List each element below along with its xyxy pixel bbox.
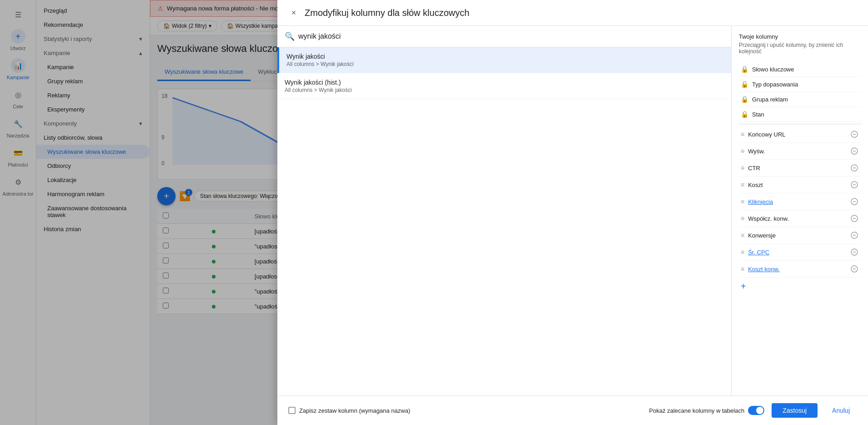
remove-column-button-7[interactable] xyxy=(850,248,859,257)
remove-column-button-0[interactable] xyxy=(850,130,859,139)
removable-col-name-3: Koszt xyxy=(748,182,846,188)
locked-column-keyword: 🔒 Słowo kluczowe xyxy=(739,62,861,77)
locked-col-name-3: Stan xyxy=(752,111,859,118)
drag-handle-icon[interactable]: ≡ xyxy=(741,232,744,239)
search-result-quality-score-hist[interactable]: Wynik jakości (hist.) All columns > Wyni… xyxy=(277,73,731,99)
result-title-1: Wynik jakości xyxy=(286,53,724,60)
drag-handle-icon[interactable]: ≡ xyxy=(741,131,744,138)
modify-columns-modal: × Zmodyfikuj kolumny dla słów kluczowych… xyxy=(277,0,868,425)
search-icon: 🔍 xyxy=(285,31,295,41)
removable-column-ctr: ≡ CTR xyxy=(739,160,861,177)
removable-column-cost: ≡ Koszt xyxy=(739,177,861,193)
locked-col-name-2: Grupa reklam xyxy=(752,96,859,103)
show-recommended-toggle-group: Pokaż zalecane kolumny w tabelach xyxy=(649,406,765,415)
remove-column-button-3[interactable] xyxy=(850,180,859,189)
drag-handle-icon[interactable]: ≡ xyxy=(741,147,744,155)
modal-close-button[interactable]: × xyxy=(288,7,299,18)
removable-column-final-url: ≡ Końcowy URL xyxy=(739,126,861,143)
column-search-input[interactable] xyxy=(298,32,724,40)
search-results-list: Wynik jakości All columns > Wynik jakośc… xyxy=(277,47,731,395)
modal-body: 🔍 Wynik jakości All columns > Wynik jako… xyxy=(277,26,868,395)
removable-col-name-1: Wyśw. xyxy=(748,148,846,155)
remove-column-button-1[interactable] xyxy=(850,147,859,156)
save-set-label: Zapisz zestaw kolumn (wymagana nazwa) xyxy=(299,407,410,414)
plus-icon: + xyxy=(741,281,746,292)
removable-col-name-5: Współcz. konw. xyxy=(748,215,846,222)
add-column-area: + xyxy=(739,278,861,295)
locked-col-name-0: Słowo kluczowe xyxy=(752,66,859,73)
removable-col-name-0: Końcowy URL xyxy=(748,131,846,138)
locked-column-status: 🔒 Stan xyxy=(739,107,861,122)
close-icon: × xyxy=(291,8,296,18)
remove-column-button-8[interactable] xyxy=(850,264,859,273)
remove-column-button-2[interactable] xyxy=(850,163,859,172)
remove-column-button-4[interactable] xyxy=(850,197,859,206)
drag-handle-icon[interactable]: ≡ xyxy=(741,215,744,222)
drag-handle-icon[interactable]: ≡ xyxy=(741,198,744,205)
remove-column-button-5[interactable] xyxy=(850,214,859,223)
search-result-quality-score[interactable]: Wynik jakości All columns > Wynik jakośc… xyxy=(277,47,731,73)
locked-col-name-1: Typ dopasowania xyxy=(752,81,859,88)
removable-column-conv-rate: ≡ Współcz. konw. xyxy=(739,210,861,227)
removable-col-name-2: CTR xyxy=(748,165,846,172)
modal-right-panel: Twoje kolumny Przeciągnij i upuść kolumn… xyxy=(732,26,868,395)
result-subtitle-1: All columns > Wynik jakości xyxy=(286,61,724,67)
column-search-bar: 🔍 xyxy=(277,26,731,47)
modal-left-panel: 🔍 Wynik jakości All columns > Wynik jako… xyxy=(277,26,732,395)
removable-column-avg-cpc: ≡ Śr. CPC xyxy=(739,244,861,261)
add-column-button[interactable]: + xyxy=(741,281,859,292)
lock-icon: 🔒 xyxy=(741,111,748,118)
modal-footer: Zapisz zestaw kolumn (wymagana nazwa) Po… xyxy=(277,395,868,425)
lock-icon: 🔒 xyxy=(741,96,748,103)
lock-icon: 🔒 xyxy=(741,66,748,73)
removable-column-cost-conv: ≡ Koszt konw. xyxy=(739,261,861,278)
your-columns-header: Twoje kolumny xyxy=(739,33,861,40)
removable-col-name-6: Konwersje xyxy=(748,232,846,239)
cancel-button[interactable]: Anuluj xyxy=(825,403,857,418)
removable-column-impressions: ≡ Wyśw. xyxy=(739,143,861,160)
drag-handle-icon[interactable]: ≡ xyxy=(741,164,744,172)
removable-col-name-7: Śr. CPC xyxy=(748,249,846,256)
your-columns-subheader: Przeciągnij i upuść kolumny, by zmienić … xyxy=(739,42,861,55)
modal-title: Zmodyfikuj kolumny dla słów kluczowych xyxy=(305,8,857,18)
drag-handle-icon[interactable]: ≡ xyxy=(741,265,744,273)
removable-col-name-8: Koszt konw. xyxy=(748,266,846,273)
lock-icon: 🔒 xyxy=(741,81,748,88)
locked-column-ad-group: 🔒 Grupa reklam xyxy=(739,92,861,107)
locked-column-match-type: 🔒 Typ dopasowania xyxy=(739,77,861,92)
modal-header: × Zmodyfikuj kolumny dla słów kluczowych xyxy=(277,0,868,26)
save-set-checkbox[interactable] xyxy=(288,407,296,414)
drag-handle-icon[interactable]: ≡ xyxy=(741,181,744,188)
removable-col-name-4: Kliknięcia xyxy=(748,198,846,205)
apply-button[interactable]: Zastosuj xyxy=(772,403,818,418)
show-recommended-toggle[interactable] xyxy=(748,406,764,415)
show-recommended-label: Pokaż zalecane kolumny w tabelach xyxy=(649,407,745,414)
remove-column-button-6[interactable] xyxy=(850,231,859,240)
drag-handle-icon[interactable]: ≡ xyxy=(741,248,744,256)
removable-column-conversions: ≡ Konwersje xyxy=(739,227,861,244)
save-column-set: Zapisz zestaw kolumn (wymagana nazwa) xyxy=(288,407,642,414)
result-title-2: Wynik jakości (hist.) xyxy=(285,79,724,86)
removable-column-clicks: ≡ Kliknięcia xyxy=(739,193,861,210)
result-subtitle-2: All columns > Wynik jakości xyxy=(285,87,724,93)
columns-divider xyxy=(739,124,861,124)
